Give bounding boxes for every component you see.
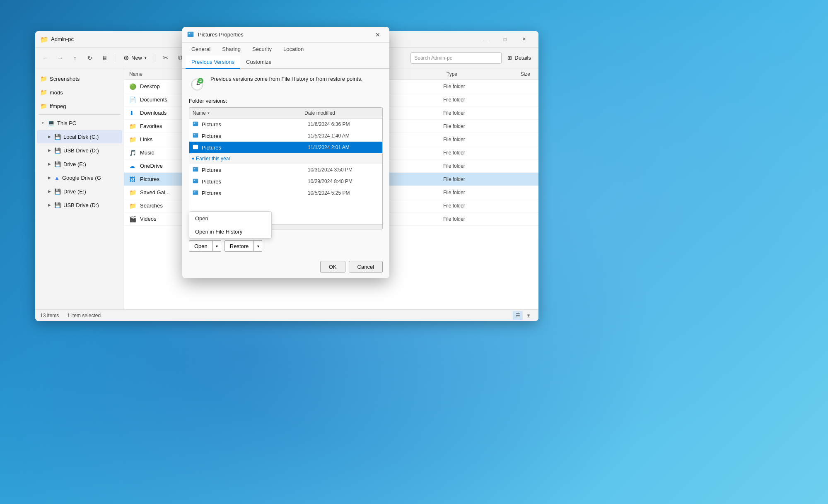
- svg-point-15: [194, 168, 195, 169]
- prev-versions-info-text: Previous versions come from File History…: [210, 75, 362, 83]
- clock-icon-container: [189, 75, 205, 92]
- dropdown-item-open-in-file-history[interactable]: Open in File History: [189, 225, 271, 238]
- version-date-v1: 11/6/2024 6:36 PM: [308, 121, 379, 127]
- version-name-v2: Pictures: [202, 133, 304, 139]
- version-row-v4[interactable]: Pictures 10/31/2024 3:50 PM: [189, 164, 382, 176]
- dropdown-item-open[interactable]: Open: [189, 212, 271, 225]
- version-date-v5: 10/29/2024 8:40 PM: [308, 178, 379, 184]
- open-dropdown-arrow[interactable]: ▾: [213, 240, 221, 252]
- svg-point-9: [194, 123, 195, 123]
- version-icon-v4: [193, 166, 198, 174]
- tab-general[interactable]: General: [186, 43, 216, 56]
- pictures-properties-icon: [187, 31, 194, 38]
- open-button[interactable]: Open: [189, 240, 213, 252]
- svg-point-13: [194, 146, 195, 147]
- dialog-titlebar: Pictures Properties ✕: [182, 27, 389, 43]
- version-date-v6: 10/5/2024 5:25 PM: [308, 190, 379, 196]
- clock-icon: [189, 75, 205, 92]
- version-icon-v3: [193, 144, 198, 151]
- version-date-v3: 11/1/2024 2:01 AM: [308, 145, 379, 150]
- properties-dialog: Pictures Properties ✕ General Sharing Se…: [182, 27, 389, 278]
- dialog-actions: Open Open in File History Open ▾ Restore…: [182, 236, 389, 258]
- folder-versions-label: Folder versions:: [189, 98, 383, 104]
- svg-point-6: [197, 84, 198, 85]
- version-icon-v6: [193, 190, 198, 197]
- dialog-close-button[interactable]: ✕: [371, 29, 384, 41]
- version-row-v2[interactable]: Pictures 11/5/2024 1:40 AM: [189, 130, 382, 142]
- version-row-v5[interactable]: Pictures 10/29/2024 8:40 PM: [189, 176, 382, 187]
- version-name-v3: Pictures: [202, 145, 304, 151]
- version-date-v2: 11/5/2024 1:40 AM: [308, 133, 379, 139]
- version-name-v5: Pictures: [202, 178, 304, 185]
- version-name-v1: Pictures: [202, 121, 304, 128]
- open-dropdown-menu: Open Open in File History: [189, 211, 272, 239]
- earlier-this-year-section[interactable]: ▾ Earlier this year: [189, 153, 382, 164]
- vt-column-name[interactable]: Name ▾: [193, 110, 304, 116]
- svg-point-11: [194, 134, 195, 135]
- section-collapse-icon: ▾: [192, 156, 194, 162]
- dialog-tabs-row2: Previous Versions Customize: [182, 55, 389, 69]
- tab-customize[interactable]: Customize: [240, 55, 277, 69]
- version-row-v6[interactable]: Pictures 10/5/2024 5:25 PM: [189, 187, 382, 199]
- tab-location[interactable]: Location: [278, 43, 309, 56]
- dialog-overlay: Pictures Properties ✕ General Sharing Se…: [0, 0, 828, 504]
- dialog-title-icon: [187, 31, 195, 39]
- prev-versions-header: Previous versions come from File History…: [189, 75, 383, 92]
- restore-button[interactable]: Restore: [225, 240, 254, 252]
- versions-table-header: Name ▾ Date modified: [189, 108, 382, 118]
- version-icon-v5: [193, 178, 198, 185]
- version-icon-v2: [193, 133, 198, 140]
- tab-previous-versions[interactable]: Previous Versions: [186, 55, 240, 69]
- open-button-wrapper: Open ▾: [189, 240, 221, 252]
- svg-point-17: [194, 180, 195, 181]
- dialog-tabs: General Sharing Security Location: [182, 43, 389, 56]
- dialog-title: Pictures Properties: [198, 31, 371, 38]
- version-name-v4: Pictures: [202, 167, 304, 173]
- versions-table-body: Pictures 11/6/2024 6:36 PM Pictures 11/5…: [189, 118, 382, 224]
- restore-button-wrapper: Restore ▾: [225, 240, 263, 252]
- sort-arrow-icon: ▾: [208, 111, 210, 115]
- version-name-v6: Pictures: [202, 190, 304, 196]
- svg-point-19: [194, 191, 195, 192]
- restore-dropdown-arrow[interactable]: ▾: [254, 240, 262, 252]
- cancel-button[interactable]: Cancel: [349, 261, 383, 272]
- version-row-v3[interactable]: Pictures 11/1/2024 2:01 AM: [189, 142, 382, 153]
- version-date-v4: 10/31/2024 3:50 PM: [308, 167, 379, 173]
- dialog-bottom-buttons: OK Cancel: [182, 258, 389, 278]
- version-icon-v1: [193, 121, 198, 128]
- tab-sharing[interactable]: Sharing: [216, 43, 246, 56]
- tab-security[interactable]: Security: [246, 43, 278, 56]
- vt-column-date[interactable]: Date modified: [304, 110, 379, 116]
- ok-button[interactable]: OK: [320, 261, 345, 272]
- svg-point-7: [198, 78, 203, 84]
- section-label-earlier: Earlier this year: [196, 156, 230, 162]
- version-row-v1[interactable]: Pictures 11/6/2024 6:36 PM: [189, 118, 382, 130]
